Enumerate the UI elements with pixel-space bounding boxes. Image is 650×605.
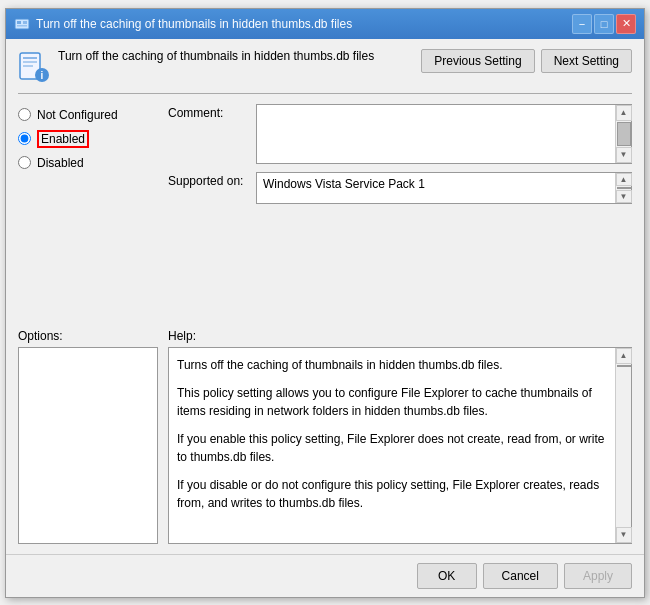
left-panel: Not Configured Enabled Disabled [18,104,158,319]
not-configured-label: Not Configured [37,108,118,122]
disabled-label: Disabled [37,156,84,170]
header-title: Turn off the caching of thumbnails in hi… [58,49,374,63]
svg-rect-5 [23,57,37,59]
comment-row: Comment: ▲ ▼ [168,104,632,164]
supported-scrollbar: ▲ ▼ [615,173,631,203]
cancel-button[interactable]: Cancel [483,563,558,589]
bottom-section: Options: Help: Turns off the caching of … [18,329,632,544]
help-box: Turns off the caching of thumbnails in h… [168,347,632,544]
help-paragraph: This policy setting allows you to config… [177,384,607,420]
supported-scroll-down[interactable]: ▼ [616,190,632,203]
comment-field: ▲ ▼ [256,104,632,164]
help-label: Help: [168,329,632,343]
comment-label: Comment: [168,104,248,120]
comment-content[interactable] [257,105,615,163]
help-scrollbar: ▲ ▼ [615,348,631,543]
scroll-thumb[interactable] [617,122,631,146]
options-panel: Options: [18,329,158,544]
supported-value: Windows Vista Service Pack 1 [263,177,425,191]
disabled-radio[interactable] [18,156,31,169]
header-left: i Turn off the caching of thumbnails in … [18,49,421,83]
options-box[interactable] [18,347,158,544]
close-button[interactable]: ✕ [616,14,636,34]
radio-group: Not Configured Enabled Disabled [18,108,158,170]
not-configured-radio[interactable] [18,108,31,121]
supported-field: Windows Vista Service Pack 1 ▲ ▼ [256,172,632,204]
not-configured-option[interactable]: Not Configured [18,108,158,122]
supported-scroll-up[interactable]: ▲ [616,173,632,186]
enabled-option[interactable]: Enabled [18,130,158,148]
dialog-window: Turn off the caching of thumbnails in hi… [5,8,645,598]
help-text-content: Turns off the caching of thumbnails in h… [169,348,615,543]
ok-button[interactable]: OK [417,563,477,589]
svg-rect-2 [23,21,27,24]
main-area: Not Configured Enabled Disabled Com [18,104,632,319]
help-scroll-down[interactable]: ▼ [616,527,632,543]
help-paragraph: If you enable this policy setting, File … [177,430,607,466]
help-paragraph: If you disable or do not configure this … [177,476,607,512]
minimize-button[interactable]: − [572,14,592,34]
window-title: Turn off the caching of thumbnails in hi… [36,17,352,31]
supported-row: Supported on: Windows Vista Service Pack… [168,172,632,204]
supported-content: Windows Vista Service Pack 1 [257,173,615,203]
help-scroll-thumb[interactable] [617,365,631,367]
svg-text:i: i [41,70,44,81]
enabled-label: Enabled [37,130,89,148]
scroll-up-arrow[interactable]: ▲ [616,105,632,121]
comment-scrollbar: ▲ ▼ [615,105,631,163]
maximize-button[interactable]: □ [594,14,614,34]
scroll-down-arrow[interactable]: ▼ [616,147,632,163]
comment-textarea[interactable] [263,109,609,159]
help-paragraph: Turns off the caching of thumbnails in h… [177,356,607,374]
svg-rect-3 [17,25,27,27]
policy-icon: i [18,51,50,83]
dialog-content: i Turn off the caching of thumbnails in … [6,39,644,554]
disabled-option[interactable]: Disabled [18,156,158,170]
enabled-radio[interactable] [18,132,31,145]
help-panel: Help: Turns off the caching of thumbnail… [168,329,632,544]
svg-rect-6 [23,61,37,63]
right-panel: Comment: ▲ ▼ Supported on: [168,104,632,319]
header-buttons: Previous Setting Next Setting [421,49,632,73]
apply-button[interactable]: Apply [564,563,632,589]
next-setting-button[interactable]: Next Setting [541,49,632,73]
window-icon [14,16,30,32]
title-bar: Turn off the caching of thumbnails in hi… [6,9,644,39]
previous-setting-button[interactable]: Previous Setting [421,49,534,73]
footer: OK Cancel Apply [6,554,644,597]
help-scroll-up[interactable]: ▲ [616,348,632,364]
supported-label: Supported on: [168,172,248,188]
svg-rect-7 [23,65,33,67]
svg-rect-1 [17,21,21,24]
header-section: i Turn off the caching of thumbnails in … [18,49,632,94]
title-bar-left: Turn off the caching of thumbnails in hi… [14,16,352,32]
window-controls: − □ ✕ [572,14,636,34]
options-label: Options: [18,329,158,343]
supported-scroll-thumb[interactable] [617,187,631,189]
